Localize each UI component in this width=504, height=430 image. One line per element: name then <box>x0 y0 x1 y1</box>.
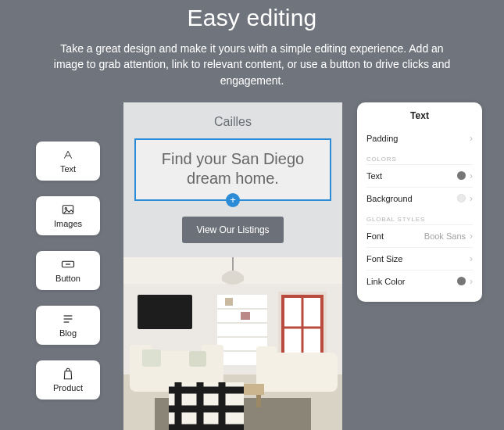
row-label: Font <box>366 231 384 241</box>
row-link-color[interactable]: Link Color › <box>366 270 473 292</box>
block-palette: Text Images Button Blog Product <box>36 142 100 400</box>
button-icon <box>61 257 75 271</box>
svg-point-1 <box>65 208 66 210</box>
row-text-color[interactable]: Text › <box>366 164 473 187</box>
palette-label: Product <box>53 383 83 392</box>
design-canvas[interactable]: Cailles Find your San Diego dream home. … <box>123 102 342 430</box>
editor-stage: Text Images Button Blog Product <box>0 101 504 430</box>
hero-image <box>123 257 342 430</box>
cta-wrap: View Our Listings <box>123 217 342 243</box>
chevron-right-icon: › <box>470 133 473 144</box>
chevron-right-icon: › <box>470 193 473 204</box>
image-icon <box>62 202 74 217</box>
row-label: Text <box>366 171 382 181</box>
hero-title: Easy editing <box>0 5 504 31</box>
row-padding[interactable]: Padding › <box>366 127 473 149</box>
cta-button[interactable]: View Our Listings <box>182 217 283 243</box>
selected-text-block[interactable]: Find your San Diego dream home. + <box>134 138 331 201</box>
svg-rect-10 <box>138 295 192 329</box>
svg-rect-17 <box>241 312 250 320</box>
chevron-right-icon: › <box>470 253 473 264</box>
row-label: Background <box>366 194 413 203</box>
color-swatch <box>457 277 466 285</box>
section-colors: COLORS <box>366 156 473 163</box>
svg-rect-40 <box>142 349 161 367</box>
svg-rect-29 <box>256 346 277 368</box>
palette-text[interactable]: Text <box>36 142 100 181</box>
headline-text: Find your San Diego dream home. <box>144 149 322 188</box>
site-title: Cailles <box>123 102 342 138</box>
palette-product[interactable]: Product <box>36 360 100 400</box>
palette-label: Images <box>54 219 82 228</box>
chevron-right-icon: › <box>470 231 473 242</box>
blog-icon <box>62 312 74 326</box>
palette-button[interactable]: Button <box>36 251 100 290</box>
chevron-right-icon: › <box>470 170 473 181</box>
palette-label: Text <box>60 164 76 174</box>
row-label: Font Size <box>366 254 402 263</box>
palette-label: Button <box>55 274 80 283</box>
hero-subtitle: Take a great design and make it yours wi… <box>45 41 459 88</box>
properties-panel: Text Padding › COLORS Text › Background … <box>357 102 482 302</box>
panel-title: Text <box>366 110 473 121</box>
svg-rect-16 <box>225 298 233 306</box>
add-block-button[interactable]: + <box>226 193 240 207</box>
row-font-size[interactable]: Font Size › <box>366 247 473 270</box>
color-swatch <box>457 171 466 180</box>
product-icon <box>63 367 73 381</box>
row-label: Padding <box>366 134 398 143</box>
svg-rect-32 <box>256 395 261 407</box>
font-value: Book Sans <box>424 231 466 241</box>
text-icon <box>63 148 73 162</box>
row-label: Link Color <box>366 277 406 286</box>
row-background-color[interactable]: Background › <box>366 187 473 210</box>
row-font[interactable]: Font Book Sans › <box>366 224 473 247</box>
palette-blog[interactable]: Blog <box>36 306 100 345</box>
svg-rect-41 <box>189 351 206 367</box>
color-swatch <box>457 194 466 202</box>
section-global: GLOBAL STYLES <box>366 216 473 223</box>
palette-images[interactable]: Images <box>36 196 100 235</box>
palette-label: Blog <box>59 328 77 338</box>
chevron-right-icon: › <box>470 276 473 287</box>
